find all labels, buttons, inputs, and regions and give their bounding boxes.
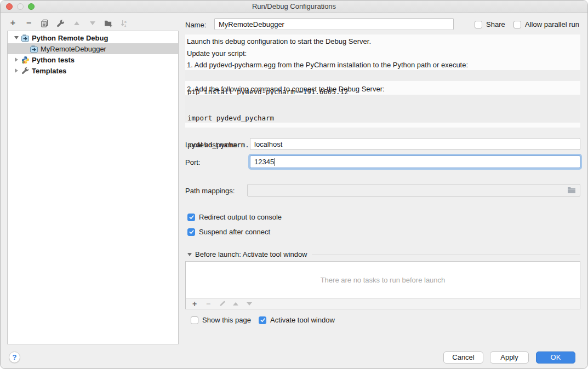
before-launch-tasks-panel[interactable]: There are no tasks to run before launch: [185, 261, 580, 298]
port-input[interactable]: 12345: [250, 155, 580, 168]
move-task-down-icon: [246, 300, 253, 308]
window-title: Run/Debug Configurations: [1, 1, 587, 13]
share-checkbox[interactable]: [475, 21, 482, 28]
edit-wrench-icon[interactable]: [56, 19, 65, 28]
name-input[interactable]: MyRemoteDebugger: [214, 18, 454, 30]
wrench-icon: [21, 67, 30, 74]
svg-text:a: a: [124, 19, 127, 23]
move-down-icon: [88, 19, 97, 28]
before-launch-header[interactable]: Before launch: Activate tool window: [187, 250, 307, 258]
tree-item-label: Python Remote Debug: [32, 34, 108, 42]
local-host-name-input[interactable]: localhost: [250, 138, 580, 150]
text-caret: [275, 158, 275, 166]
name-label: Name:: [185, 21, 206, 29]
add-icon[interactable]: +: [8, 19, 18, 28]
zoom-button[interactable]: [28, 3, 35, 10]
redirect-output-label: Redirect output to console: [199, 213, 282, 221]
move-task-up-icon: [232, 300, 239, 308]
new-folder-icon[interactable]: [104, 19, 113, 28]
browse-folder-icon[interactable]: [567, 187, 576, 194]
description-step2: 2. Add the following command to connect …: [187, 85, 385, 93]
allow-parallel-run-checkbox[interactable]: [513, 21, 521, 28]
before-launch-title: Before launch: Activate tool window: [195, 250, 307, 258]
description-line: Launch this debug configuration to start…: [187, 37, 371, 45]
tree-item-python-tests[interactable]: Python tests: [8, 54, 178, 65]
help-button[interactable]: ?: [9, 351, 20, 363]
activate-tool-window-label: Activate tool window: [270, 316, 335, 324]
description-line: Update your script:: [187, 49, 247, 57]
cancel-button[interactable]: Cancel: [443, 351, 483, 364]
edit-task-icon: [218, 300, 226, 308]
local-host-name-label: Local host name:: [185, 141, 239, 149]
copy-icon[interactable]: [40, 19, 49, 28]
pip-install-code-block: pip install pydevd-pycharm~=191.6605.12: [185, 70, 580, 81]
path-mappings-input[interactable]: [247, 184, 580, 197]
tree-item-templates[interactable]: Templates: [8, 65, 178, 76]
tree-item-label: MyRemoteDebugger: [41, 45, 106, 53]
share-option: Share: [475, 20, 505, 28]
svg-text:z: z: [124, 24, 127, 27]
add-task-icon[interactable]: +: [191, 300, 198, 308]
name-value: MyRemoteDebugger: [219, 20, 284, 28]
tree-item-myremotedebugger[interactable]: MyRemoteDebugger: [8, 43, 178, 54]
show-this-page-label: Show this page: [202, 316, 251, 324]
remove-icon[interactable]: −: [24, 19, 33, 28]
expand-collapse-icon[interactable]: [12, 68, 21, 73]
settrace-code-block: import pydevd_pycharm pydevd_pycharm.set…: [185, 95, 580, 123]
remote-debug-config-icon: [30, 45, 38, 53]
sort-alphabetically-icon: a z: [119, 19, 129, 28]
show-this-page-option: Show this page: [191, 316, 251, 324]
empty-tasks-text: There are no tasks to run before launch: [321, 276, 446, 284]
path-mappings-label: Path mappings:: [185, 187, 235, 195]
close-button[interactable]: [6, 3, 13, 10]
description-step1: 1. Add pydevd-pycharm.egg from the PyCha…: [187, 61, 468, 69]
allow-parallel-run-label: Allow parallel run: [525, 20, 579, 28]
apply-button[interactable]: Apply: [490, 351, 529, 364]
expand-collapse-icon[interactable]: [12, 57, 21, 62]
suspend-after-connect-option: Suspend after connect: [187, 228, 270, 236]
run-debug-configurations-dialog: Run/Debug Configurations + −: [0, 0, 588, 369]
show-this-page-checkbox[interactable]: [191, 316, 198, 324]
tree-item-label: Templates: [32, 67, 66, 75]
activate-tool-window-checkbox[interactable]: [259, 316, 266, 324]
port-value: 12345: [254, 158, 274, 166]
port-label: Port:: [185, 158, 200, 166]
suspend-after-connect-checkbox[interactable]: [187, 228, 195, 236]
local-host-name-value: localhost: [254, 140, 282, 148]
collapse-triangle-icon[interactable]: [187, 253, 192, 256]
share-label: Share: [486, 20, 505, 28]
expand-collapse-icon[interactable]: [12, 36, 21, 39]
redirect-output-checkbox[interactable]: [187, 214, 195, 221]
configurations-toolbar: + − a z: [8, 18, 129, 28]
tasks-toolbar: + −: [185, 298, 580, 309]
configurations-tree: Python Remote Debug MyRemoteDebugger: [7, 31, 179, 344]
description-pane: Launch this debug configuration to start…: [185, 34, 580, 128]
tree-item-python-remote-debug[interactable]: Python Remote Debug: [8, 32, 178, 43]
remove-task-icon: −: [204, 300, 212, 308]
title-bar: Run/Debug Configurations: [1, 1, 587, 13]
redirect-output-option: Redirect output to console: [187, 213, 282, 221]
minimize-button: [17, 3, 24, 10]
python-tests-icon: [21, 56, 30, 64]
remote-debug-config-icon: [21, 34, 30, 42]
section-separator: [312, 255, 580, 255]
ok-button[interactable]: OK: [536, 351, 575, 364]
suspend-after-connect-label: Suspend after connect: [199, 228, 270, 236]
tree-item-label: Python tests: [32, 56, 75, 64]
code-line: import pydevd_pycharm: [185, 113, 580, 123]
allow-parallel-run-option: Allow parallel run: [513, 20, 579, 28]
activate-tool-window-option: Activate tool window: [259, 316, 335, 324]
move-up-icon: [72, 19, 81, 28]
